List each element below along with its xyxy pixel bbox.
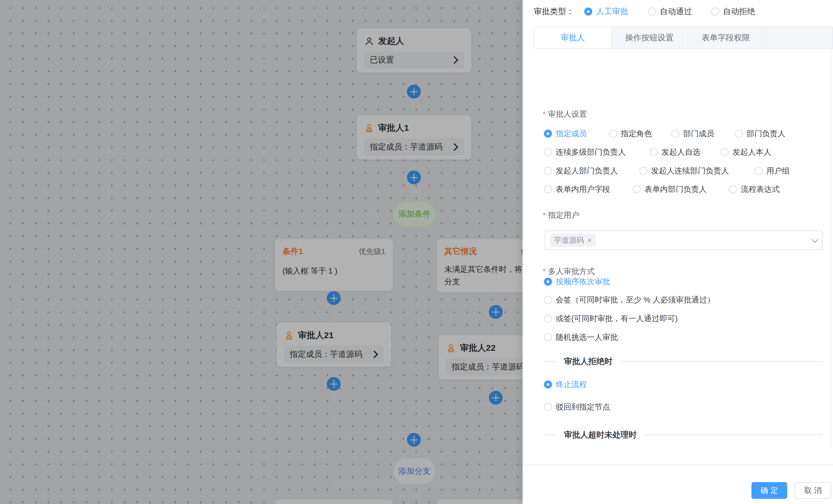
reject-section-divider: 审批人拒绝时 [544, 356, 822, 367]
radio-initiator-multi-dept-leader[interactable]: 发起人连续部门负责人 [639, 166, 729, 176]
radio-icon[interactable] [544, 130, 552, 138]
radio-auto-pass[interactable]: 自动通过 [648, 5, 692, 18]
radio-icon[interactable] [711, 7, 719, 16]
radio-icon[interactable] [755, 167, 763, 175]
approval-settings-panel: 审批类型： 人工审批 自动通过 自动拒绝 审批人 操作按钮设置 表单字段权限 [523, 0, 833, 504]
radio-countersign[interactable]: 会签（可同时审批，至少 % 人必须审批通过） [544, 295, 715, 305]
radio-icon[interactable] [544, 185, 552, 193]
radio-assigned-member[interactable]: 指定成员 [544, 128, 587, 139]
radio-form-dept-leader[interactable]: 表单内部门负责人 [633, 184, 707, 194]
radio-icon[interactable] [544, 167, 552, 175]
chevron-down-icon [811, 236, 818, 243]
workflow-designer-app: 发起人 已设置 审批人1 指定成员：芋道源码 [0, 0, 833, 504]
radio-icon[interactable] [544, 403, 552, 411]
required-asterisk: * [543, 211, 546, 220]
tag-close-icon[interactable]: × [588, 236, 592, 244]
radio-icon[interactable] [720, 148, 729, 156]
radio-process-expression[interactable]: 流程表达式 [729, 184, 780, 194]
radio-icon[interactable] [735, 130, 743, 138]
radio-icon[interactable] [544, 296, 552, 304]
radio-form-user-field[interactable]: 表单内用户字段 [544, 184, 610, 194]
radio-icon[interactable] [584, 7, 592, 16]
radio-icon[interactable] [648, 7, 656, 16]
radio-assigned-role[interactable]: 指定角色 [609, 128, 652, 139]
radio-icon[interactable] [639, 167, 647, 175]
required-asterisk: * [543, 267, 546, 276]
required-asterisk: * [543, 110, 546, 119]
radio-icon[interactable] [633, 185, 641, 193]
radio-dept-member[interactable]: 部门成员 [671, 128, 714, 139]
section-title: 审批人拒绝时 [564, 356, 613, 367]
footer-divider [523, 464, 833, 465]
radio-user-group[interactable]: 用户组 [755, 166, 790, 176]
radio-icon[interactable] [544, 278, 552, 286]
radio-return-to-node[interactable]: 驳回到指定节点 [544, 402, 610, 412]
approval-type-label: 审批类型： [534, 5, 574, 18]
radio-sequential-approve[interactable]: 按顺序依次审批 [544, 276, 610, 287]
tab-action-buttons[interactable]: 操作按钮设置 [611, 27, 688, 48]
radio-auto-reject[interactable]: 自动拒绝 [711, 5, 755, 18]
approver-settings-form[interactable]: * 审批人设置 指定成员 指定角色 部门成员 部门负责人 [523, 49, 833, 449]
tab-approver[interactable]: 审批人 [534, 27, 611, 48]
settings-tabs: 审批人 操作按钮设置 表单字段权限 [534, 26, 833, 49]
radio-icon[interactable] [544, 314, 552, 323]
assign-user-select[interactable]: 芋道源码 × [545, 230, 823, 250]
radio-icon[interactable] [544, 333, 552, 341]
radio-icon[interactable] [671, 130, 680, 138]
radio-icon[interactable] [544, 148, 552, 156]
radio-manual-approve[interactable]: 人工审批 [584, 5, 628, 18]
radio-random-one[interactable]: 随机挑选一人审批 [544, 332, 618, 343]
approver-setting-label: * 审批人设置 [543, 109, 587, 119]
assign-user-label: * 指定用户 [543, 210, 579, 220]
timeout-section-divider: 审批人超时未处理时 [544, 429, 822, 440]
tab-form-field-permissions[interactable]: 表单字段权限 [688, 27, 764, 48]
radio-icon[interactable] [650, 148, 658, 156]
radio-multi-level-dept-leader[interactable]: 连续多级部门负责人 [544, 147, 626, 157]
radio-orsign[interactable]: 或签(可同时审批，有一人通过即可) [544, 313, 677, 324]
radio-initiator-dept-leader[interactable]: 发起人部门负责人 [544, 166, 618, 176]
scrollbar[interactable] [831, 50, 831, 449]
radio-dept-leader[interactable]: 部门负责人 [735, 128, 785, 139]
confirm-button[interactable]: 确 定 [752, 482, 787, 499]
user-tag[interactable]: 芋道源码 × [550, 233, 596, 247]
modal-mask[interactable] [0, 0, 523, 504]
cancel-button[interactable]: 取 消 [795, 482, 831, 499]
radio-icon[interactable] [609, 130, 617, 138]
section-title: 审批人超时未处理时 [564, 429, 637, 440]
radio-icon[interactable] [729, 185, 737, 193]
radio-initiator-self[interactable]: 发起人本人 [720, 147, 771, 157]
radio-initiator-select[interactable]: 发起人自选 [650, 147, 700, 157]
radio-terminate-process[interactable]: 终止流程 [544, 379, 587, 390]
multi-approve-label: * 多人审批方式 [543, 266, 595, 276]
radio-icon[interactable] [544, 380, 552, 388]
